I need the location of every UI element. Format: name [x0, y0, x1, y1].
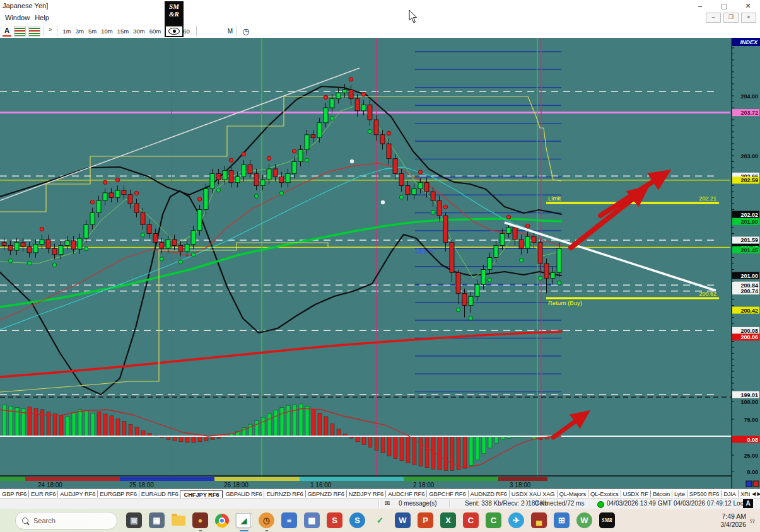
maximize-button[interactable]: ▢	[712, 0, 736, 11]
telegram-icon[interactable]: ✈	[508, 512, 524, 528]
quote-table-icon-2[interactable]	[28, 26, 40, 37]
smr-a-icon[interactable]: A	[743, 499, 753, 508]
trading-application-window: { "window": {"title": "Japanese Yen]", "…	[0, 0, 760, 532]
histogram-bar	[469, 436, 473, 466]
menu-window[interactable]: Window	[5, 14, 30, 21]
timeframe-1m[interactable]: 1m	[63, 28, 71, 35]
s-red-app-icon[interactable]: S	[327, 512, 342, 528]
child-minimize-button[interactable]: –	[706, 13, 721, 23]
tab-xri[interactable]: XRI	[738, 490, 752, 497]
tab-scroll-arrows[interactable]: ◀ ▶	[752, 491, 760, 497]
candle-body	[481, 270, 486, 285]
candle-body	[368, 105, 372, 120]
taskbar-clock[interactable]: 7:49 AM 3/4/2026	[720, 512, 746, 529]
histogram-bar	[330, 424, 334, 436]
envelope-icon: ✉	[385, 500, 390, 507]
annotation-icon[interactable]: A	[3, 26, 11, 37]
eye-tool-button[interactable]	[165, 25, 184, 37]
tab-scroll-right-icon[interactable]: ▶	[757, 491, 760, 497]
tab-gbpchf-rf6[interactable]: GBPCHF RF6	[426, 490, 467, 497]
candle-body	[292, 162, 296, 174]
timeframe-60m[interactable]: 60m	[149, 28, 161, 35]
tab-chfjpy-rf6[interactable]: CHFJPY RF6	[180, 490, 223, 498]
powerpoint-icon[interactable]: P	[418, 512, 433, 528]
candle-body	[153, 234, 158, 243]
tab-eur-rf6[interactable]: EUR RF6	[28, 490, 57, 497]
chart-nav-close-button[interactable]	[753, 481, 759, 487]
tab-gbpaud-rf6[interactable]: GBPAUD RF6	[223, 490, 264, 497]
tab-eurnzd-rf6[interactable]: EURNZD RF6	[264, 490, 305, 497]
timeframe-30m[interactable]: 30m	[133, 28, 144, 35]
menu-help[interactable]: Help	[35, 14, 49, 21]
tab-gbpnzd-rf6[interactable]: GBPNZD RF6	[305, 490, 346, 497]
chrome-icon[interactable]	[215, 514, 229, 528]
histogram-bar	[488, 436, 492, 448]
tab-sp500-rf6[interactable]: SP500 RF6	[687, 490, 721, 497]
quote-table-icon[interactable]	[14, 26, 26, 37]
close-button[interactable]: ✕	[736, 0, 760, 11]
annotation-arrow[interactable]	[553, 419, 579, 437]
minimize-button[interactable]: –	[688, 0, 712, 11]
security-app-icon[interactable]: ●	[192, 512, 208, 528]
white-dot	[381, 200, 385, 204]
smr-app-icon[interactable]: SMR	[599, 512, 615, 528]
tab-audchf-rf6[interactable]: AUDCHF RF6	[385, 490, 426, 497]
camtasia-red-icon[interactable]: C	[463, 512, 479, 528]
tab-nzdjpy-rf6[interactable]: NZDJPY RF6	[346, 490, 385, 497]
calculator-app-icon[interactable]: ▦	[149, 512, 165, 528]
trading-app-icon[interactable]: ◢	[236, 512, 252, 528]
tab-djia[interactable]: DJIA	[721, 490, 738, 497]
camtasia-green-icon[interactable]: C	[486, 512, 501, 528]
child-restore-button[interactable]: ❐	[723, 13, 739, 23]
candle-body	[216, 174, 221, 180]
skype-icon[interactable]: S	[349, 512, 365, 528]
candle-body	[229, 171, 233, 183]
w-green-app-icon[interactable]: W	[576, 512, 592, 528]
word-icon[interactable]: W	[395, 512, 411, 528]
timeframe-5m[interactable]: 5m	[88, 28, 96, 35]
price-chart[interactable]: Grid BLimit202.21Return (Buy)200.6224 18…	[0, 38, 760, 489]
notepad-app-icon[interactable]: ≡	[281, 512, 297, 528]
tab-euraud-rf6[interactable]: EURAUD RF6	[139, 490, 180, 497]
tab-ql-majors[interactable]: QL-Majors	[557, 490, 588, 497]
candle-body	[342, 90, 347, 93]
histogram-bar	[494, 436, 498, 443]
notification-bell-icon[interactable]: ⍾	[750, 516, 755, 525]
trendline-2[interactable]	[505, 223, 716, 291]
timeframe-3m[interactable]: 3m	[76, 28, 84, 35]
window-app-icon[interactable]: ▣	[126, 512, 142, 528]
tab-eurgbp-rf6[interactable]: EURGBP RF6	[97, 490, 139, 497]
file-explorer-icon[interactable]	[172, 516, 185, 526]
excel-icon[interactable]: X	[440, 512, 456, 528]
tab-usdx-xau-xag[interactable]: USDX XAU XAG	[509, 490, 557, 497]
search-input[interactable]: Search	[15, 512, 117, 529]
check-app-icon[interactable]: ✓	[372, 512, 388, 528]
annotation-arrow[interactable]	[600, 178, 658, 216]
chart-area[interactable]: Grid BLimit202.21Return (Buy)200.6224 18…	[0, 38, 760, 489]
histogram-bar	[293, 405, 296, 436]
histogram-bar	[444, 436, 448, 470]
media-app-icon[interactable]: ▩	[304, 512, 320, 528]
timeframe-15m[interactable]: 15m	[117, 28, 129, 35]
candle-body	[33, 245, 38, 253]
store-app-icon[interactable]: ⊞	[554, 512, 570, 528]
chart-nav-left-button[interactable]	[746, 481, 752, 487]
tab-audjpy-rf6[interactable]: AUDJPY RF6	[57, 490, 97, 497]
tab-ql-exotics[interactable]: QL-Exotics	[588, 490, 620, 497]
tab-scroll-left-icon[interactable]: ◀	[752, 491, 756, 497]
tab-gbp-rf6[interactable]: GBP RF6	[0, 490, 28, 497]
histogram-bar	[78, 410, 82, 436]
child-close-button[interactable]: ×	[741, 13, 756, 23]
buy-dot	[254, 194, 258, 198]
sell-dot	[387, 131, 390, 135]
tab-usdx-rf[interactable]: USDX RF	[621, 490, 650, 497]
tab-lyte[interactable]: Lyte	[672, 490, 687, 497]
stream-app-icon[interactable]: ▄	[531, 512, 547, 528]
alarm-app-icon[interactable]: ◷	[259, 512, 274, 528]
timeframe-10m[interactable]: 10m	[101, 28, 112, 35]
chevron-more-icon[interactable]: »	[49, 26, 52, 33]
tab-bitcoin[interactable]: Bitcoin	[650, 490, 672, 497]
clock-icon[interactable]: ◷	[242, 26, 249, 36]
tab-audnzd-rf6[interactable]: AUDNZD RF6	[468, 490, 509, 497]
m-button[interactable]: M	[228, 28, 233, 35]
